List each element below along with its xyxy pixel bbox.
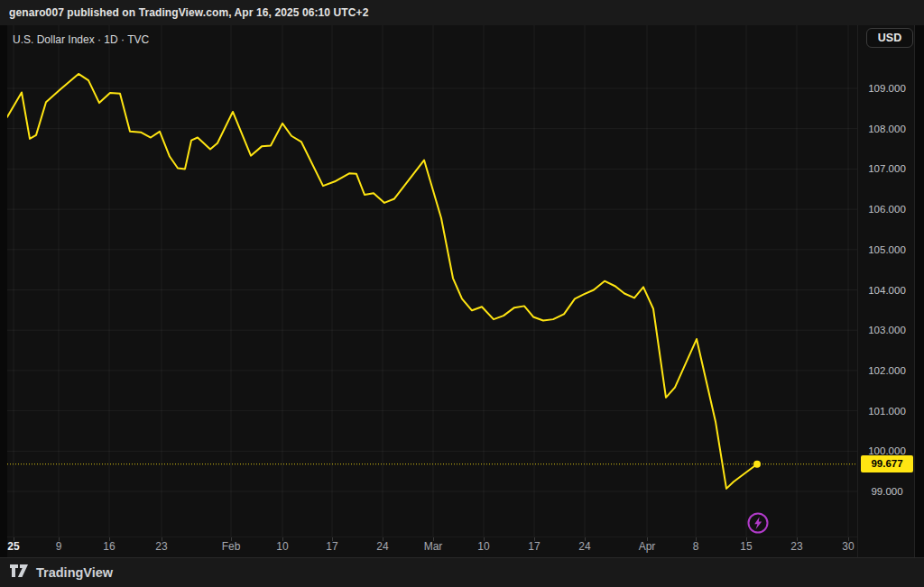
tradingview-brand-text[interactable]: TradingView <box>36 565 113 580</box>
chart-card: U.S. Dollar Index · 1D · TVC USD 99.677 … <box>7 25 915 557</box>
time-axis-label: 23 <box>790 540 802 553</box>
time-axis[interactable]: 2591623Feb101724Mar101724Apr8152330 <box>7 537 857 557</box>
time-axis-label: 9 <box>56 540 62 553</box>
time-axis-label: Apr <box>639 540 656 553</box>
time-axis-label: 8 <box>693 540 699 553</box>
time-axis-label: 10 <box>276 540 288 553</box>
time-axis-label: 17 <box>326 540 337 553</box>
price-line-chart <box>7 25 857 537</box>
symbol-legend-text: U.S. Dollar Index · 1D · TVC <box>13 33 149 46</box>
currency-button[interactable]: USD <box>866 28 913 48</box>
lightning-icon[interactable] <box>746 511 770 535</box>
time-axis-label: 16 <box>103 540 115 553</box>
price-axis-label: 103.000 <box>858 323 916 337</box>
price-axis-label: 104.000 <box>858 283 916 298</box>
time-axis-label: Mar <box>424 540 443 553</box>
price-axis-label: 108.000 <box>858 122 916 136</box>
time-axis-label: 10 <box>477 540 489 553</box>
price-axis-label: 101.000 <box>858 404 916 418</box>
chart-pane[interactable] <box>7 25 857 537</box>
publish-info-bar: genaro007 published on TradingView.com, … <box>0 0 924 25</box>
price-axis-label: 99.000 <box>858 484 916 499</box>
time-axis-label: 15 <box>740 540 752 553</box>
price-axis-label: 106.000 <box>858 202 916 216</box>
footer-bar: TradingView <box>0 557 924 587</box>
time-axis-label: 25 <box>7 540 19 553</box>
last-price-badge: 99.677 <box>861 455 913 472</box>
price-axis-label: 109.000 <box>858 81 916 96</box>
time-axis-label: Feb <box>222 540 241 553</box>
time-axis-label: 30 <box>842 540 854 553</box>
price-axis-label: 107.000 <box>858 161 916 176</box>
time-axis-label: 24 <box>376 540 388 553</box>
time-axis-label: 23 <box>155 540 167 553</box>
time-axis-label: 17 <box>528 540 540 553</box>
tradingview-logo-icon[interactable] <box>9 564 29 582</box>
publish-info-text: genaro007 published on TradingView.com, … <box>9 6 368 19</box>
price-axis[interactable]: 99.677 109.000108.000107.000106.000105.0… <box>857 25 915 557</box>
time-axis-label: 24 <box>578 540 590 553</box>
published-chart-page: genaro007 published on TradingView.com, … <box>0 0 924 587</box>
symbol-legend: U.S. Dollar Index · 1D · TVC <box>13 31 149 49</box>
price-axis-label: 102.000 <box>858 363 916 378</box>
price-axis-label: 105.000 <box>858 243 916 257</box>
